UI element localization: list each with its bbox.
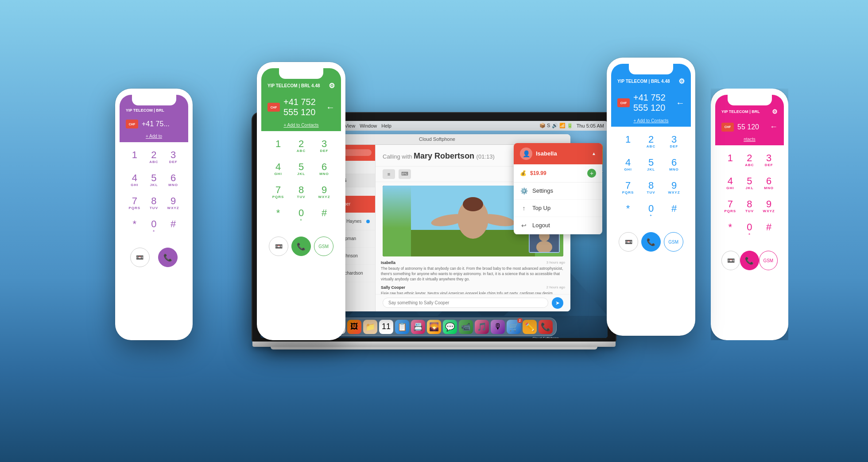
p-dial-1[interactable]: 1 <box>126 147 143 168</box>
b-dial-1[interactable]: 1 <box>617 131 639 152</box>
b-dial-2[interactable]: 2ABC <box>640 131 662 152</box>
voicemail-button-blue[interactable]: 📼 <box>619 232 638 252</box>
dock-icon-photos[interactable]: 🖼 <box>347 320 361 334</box>
voicemail-button-pink[interactable]: 📼 <box>721 251 740 270</box>
b-dial-9[interactable]: 9WXYZ <box>663 177 685 198</box>
dial-key-9[interactable]: 9WXYZ <box>314 182 335 203</box>
pk-dial-hash[interactable]: # <box>760 219 778 240</box>
dial-key-5[interactable]: 5JKL <box>291 159 312 180</box>
b-dial-3[interactable]: 3DEF <box>663 131 685 152</box>
b-dial-6[interactable]: 6MNO <box>663 154 685 175</box>
b-dial-0[interactable]: 0+ <box>640 200 662 221</box>
chat-msg-name-2: Sally Cooper <box>381 285 405 291</box>
dock-icon-facetime[interactable]: 📹 <box>459 320 473 334</box>
chat-msg-header-1: Isabella 3 hours ago <box>381 260 565 266</box>
app-title: Cloud Softphone <box>307 136 567 142</box>
pk-dial-8[interactable]: 8TUV <box>741 196 759 217</box>
chat-input[interactable] <box>383 298 548 308</box>
dock-icon-photos2[interactable]: 🌄 <box>427 320 441 334</box>
keypad-button[interactable]: ⌨ <box>399 169 411 179</box>
p-dial-6[interactable]: 6MNO <box>164 170 182 191</box>
pk-dial-1[interactable]: 1 <box>721 150 739 171</box>
add-to-contacts-pink[interactable]: ntacts <box>715 135 784 145</box>
p-dial-2[interactable]: 2ABC <box>145 147 163 168</box>
dropdown-settings[interactable]: ⚙️ Settings <box>514 182 602 200</box>
add-balance-button[interactable]: + <box>587 169 596 178</box>
pk-dial-0[interactable]: 0+ <box>741 219 759 240</box>
dial-key-1[interactable]: 1 <box>267 136 289 157</box>
p-dial-3[interactable]: 3DEF <box>164 147 182 168</box>
call-button-pink[interactable]: 📞 <box>740 251 759 270</box>
dock-icon-music[interactable]: 🎵 <box>475 320 489 334</box>
call-button-blue[interactable]: 📞 <box>641 232 661 252</box>
pk-dial-star[interactable]: * <box>721 219 739 240</box>
p-dial-hash[interactable]: # <box>164 216 182 237</box>
dial-key-0[interactable]: 0+ <box>291 205 312 226</box>
gear-icon-pink[interactable]: ⚙ <box>772 108 778 115</box>
dock-icon-files[interactable]: 📋 <box>395 320 409 334</box>
b-dial-8[interactable]: 8TUV <box>640 177 662 198</box>
back-arrow-pink[interactable]: ← <box>770 122 778 132</box>
pk-dial-2[interactable]: 2ABC <box>741 150 759 171</box>
dropdown-logout[interactable]: ↩ Logout <box>514 217 602 234</box>
gear-icon-green[interactable]: ⚙ <box>329 82 335 90</box>
menu-window[interactable]: Window <box>360 123 377 128</box>
pk-dial-7[interactable]: 7PQRS <box>721 196 739 217</box>
dial-key-6[interactable]: 6MNO <box>314 159 335 180</box>
pk-dial-4[interactable]: 4GHI <box>721 173 739 194</box>
p-dial-4[interactable]: 4GHI <box>126 170 143 191</box>
menu-view[interactable]: View <box>345 123 355 128</box>
notes-button[interactable]: ≡ <box>383 169 395 179</box>
dock-icon-contacts[interactable]: 📇 <box>411 320 425 334</box>
b-dial-5[interactable]: 5JKL <box>640 154 662 175</box>
dock-icon-finder2[interactable]: 📁 <box>363 320 377 334</box>
back-arrow-blue[interactable]: ← <box>676 98 685 108</box>
laptop-base <box>252 342 616 347</box>
dock-icon-sketch[interactable]: ✏️ <box>523 320 537 334</box>
pk-dial-5[interactable]: 5JKL <box>741 173 759 194</box>
b-dial-7[interactable]: 7PQRS <box>617 177 639 198</box>
pk-dial-3[interactable]: 3DEF <box>760 150 778 171</box>
dial-key-8[interactable]: 8TUV <box>291 182 312 203</box>
dock-icon-calendar[interactable]: 11 <box>379 320 393 334</box>
dock-icon-messages[interactable]: 💬 <box>443 320 457 334</box>
dropdown-chevron[interactable]: ▲ <box>592 151 596 156</box>
dock-icon-podcasts[interactable]: 🎙 <box>491 320 505 334</box>
dock-icon-appstore[interactable]: 🛒 2 <box>507 320 521 334</box>
gsm-button-green[interactable]: GSM <box>314 237 333 256</box>
pk-dial-9[interactable]: 9WXYZ <box>760 196 778 217</box>
b-dial-star[interactable]: * <box>617 200 639 221</box>
back-arrow-green[interactable]: ← <box>326 102 335 113</box>
call-button-green[interactable]: 📞 <box>291 237 311 256</box>
voicemail-button-green[interactable]: 📼 <box>269 237 288 256</box>
pk-dial-6[interactable]: 6MNO <box>760 173 778 194</box>
add-to-contacts-green[interactable]: + Add to Contacts <box>261 121 341 131</box>
dial-key-4[interactable]: 4GHI <box>267 159 289 180</box>
menu-help[interactable]: Help <box>381 123 391 128</box>
voicemail-button-purple[interactable]: 📼 <box>130 248 150 267</box>
p-dial-9[interactable]: 9WXYZ <box>164 193 182 214</box>
dial-key-7[interactable]: 7PQRS <box>267 182 289 203</box>
send-button[interactable]: ➤ <box>552 297 563 309</box>
p-dial-0[interactable]: 0+ <box>145 216 163 237</box>
phone-frame-green: YIP TELECOM | BRL 4.48 ⚙ CHF +41 752 555… <box>257 62 345 340</box>
add-to-contacts-blue[interactable]: + Add to Contacts <box>611 116 691 127</box>
p-dial-star[interactable]: * <box>126 216 143 237</box>
p-dial-7[interactable]: 7PQRS <box>126 193 143 214</box>
dropdown-topup[interactable]: ↑ Top Up <box>514 200 602 217</box>
dial-key-hash[interactable]: # <box>314 205 335 226</box>
dial-key-star[interactable]: * <box>267 205 289 226</box>
b-dial-4[interactable]: 4GHI <box>617 154 639 175</box>
p-dial-8[interactable]: 8TUV <box>145 193 163 214</box>
dial-key-2[interactable]: 2ABC <box>291 136 312 157</box>
gsm-button-blue[interactable]: GSM <box>664 232 683 252</box>
p-dial-5[interactable]: 5JKL <box>145 170 163 191</box>
dock-softphone[interactable]: 📞 Cloud Softphone <box>539 320 553 334</box>
dial-key-3[interactable]: 3DEF <box>314 136 335 157</box>
gear-icon-blue[interactable]: ⚙ <box>678 77 685 85</box>
gsm-button-pink[interactable]: GSM <box>759 251 778 270</box>
user-dropdown-menu[interactable]: 👤 Isabella ▲ 💰 $19.99 + ⚙️ Settings <box>514 143 602 234</box>
add-to-contacts-purple[interactable]: + Add to <box>120 132 188 142</box>
call-button-purple[interactable]: 📞 <box>158 248 178 267</box>
b-dial-hash[interactable]: # <box>663 200 685 221</box>
